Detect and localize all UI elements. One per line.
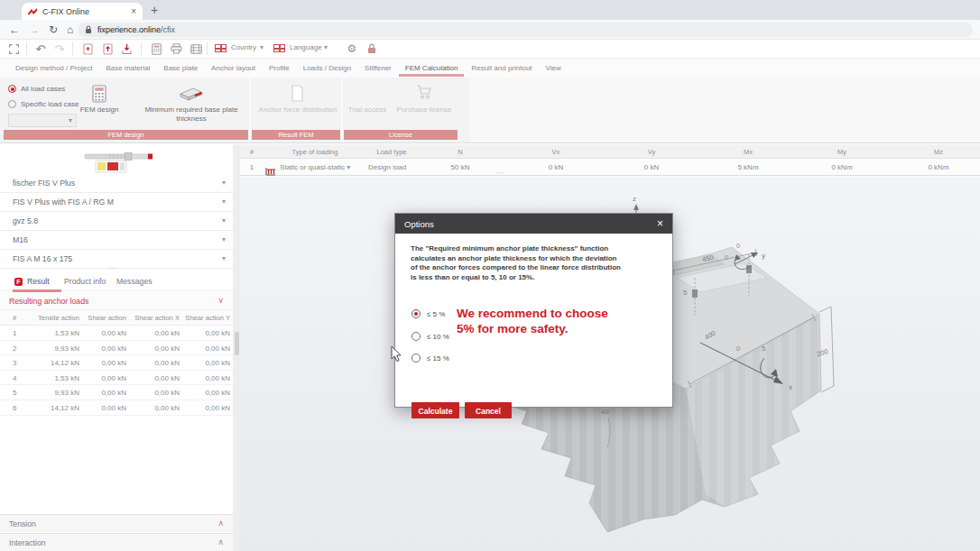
section-interaction[interactable]: Interaction ∧ <box>0 533 233 551</box>
country-chevron-icon[interactable]: ▾ <box>260 43 263 51</box>
panel-resize-handle[interactable]: ⋯ <box>109 264 117 272</box>
app-toolbar: ↶ ↷ Country ▾ Language ▾ ⚙ <box>0 40 980 59</box>
min-plate-thickness-icon[interactable] <box>177 87 204 106</box>
dropdown-anchor-family[interactable]: fischer FIS V Plus▾ <box>0 174 233 193</box>
cell-vx[interactable]: 0 kN <box>549 163 563 171</box>
new-project-icon[interactable] <box>80 41 97 56</box>
collapse-chevron-icon: ∨ <box>217 296 224 305</box>
anchor-row[interactable]: 11,53 kN0,00 kN0,00 kN0,00 kN <box>0 326 233 341</box>
dialog-close-icon[interactable]: × <box>657 218 663 229</box>
license-lock-icon[interactable] <box>364 41 380 56</box>
dropdown-anchor-variant[interactable]: FIS V Plus with FIS A / RG M▾ <box>0 193 233 212</box>
purchase-license-button: Purchase license <box>397 106 452 114</box>
lock-icon <box>85 25 92 34</box>
fullscreen-icon[interactable] <box>5 41 22 56</box>
anchor-row[interactable]: 41,53 kN0,00 kN0,00 kN0,00 kN <box>0 371 233 386</box>
cell-n[interactable]: 50 kN <box>451 163 470 171</box>
radio-specific-load-case-label[interactable]: Specific load case <box>21 100 79 108</box>
option-10-percent[interactable]: ≤ 10 % <box>411 332 449 341</box>
cancel-button[interactable]: Cancel <box>465 402 512 418</box>
tab-design-method[interactable]: Design method / Project <box>14 60 93 77</box>
load-table-row[interactable]: 1 Static or quasi-static ▾ Design load 5… <box>240 159 980 176</box>
group-label-fem-design: FEM design <box>4 130 248 140</box>
table-resize-handle[interactable]: ⋯ <box>495 169 504 177</box>
tab-result-printout[interactable]: Result and printout <box>470 60 532 77</box>
tab-fem-calculation[interactable]: FEM Calculation <box>404 60 459 77</box>
report-icon[interactable] <box>188 41 204 56</box>
option-15-percent[interactable]: ≤ 15 % <box>411 354 449 363</box>
result-tab-icon: F <box>14 278 23 286</box>
tab-view[interactable]: View <box>545 60 562 77</box>
reload-icon[interactable]: ↻ <box>49 23 58 37</box>
scrollbar-thumb[interactable] <box>235 332 239 355</box>
radio-all-load-cases-label[interactable]: All load cases <box>21 85 65 93</box>
new-tab-button[interactable]: + <box>145 1 163 19</box>
tab-result[interactable]: Result <box>27 277 50 286</box>
fem-design-icon[interactable] <box>92 85 106 106</box>
radio-icon[interactable] <box>411 354 421 363</box>
language-chevron-icon[interactable]: ▾ <box>324 43 328 51</box>
col-mz: Mz <box>934 148 943 156</box>
tab-stiffener[interactable]: Stiffener <box>364 60 393 77</box>
radio-all-load-cases[interactable] <box>8 85 16 93</box>
cell-vy[interactable]: 0 kN <box>644 163 659 171</box>
cell-mx[interactable]: 5 kNm <box>737 163 758 171</box>
ribbon: All load cases Specific load case ▾ FEM … <box>0 78 980 143</box>
anchor-row[interactable]: 59,93 kN0,00 kN0,00 kN0,00 kN <box>0 385 233 400</box>
url-input[interactable]: fixperience.online/cfix <box>78 23 973 37</box>
min-plate-thickness-button-line2[interactable]: thickness <box>176 115 206 123</box>
browser-tab[interactable]: C-FIX Online × <box>22 3 143 20</box>
tab-base-material[interactable]: Base material <box>105 60 151 77</box>
calculate-button[interactable]: Calculate <box>411 402 459 418</box>
resulting-anchor-loads-header[interactable]: Resulting anchor loads ∨ <box>0 292 233 310</box>
tab-title: C-FIX Online <box>42 7 125 16</box>
tab-profile[interactable]: Profile <box>268 60 291 77</box>
radio-icon[interactable] <box>411 332 421 341</box>
undo-icon[interactable]: ↶ <box>32 41 49 56</box>
section-tension[interactable]: Tension ∧ <box>0 514 233 532</box>
printer-icon[interactable] <box>168 41 184 56</box>
radio-specific-load-case[interactable] <box>8 100 16 108</box>
radio-selected-icon[interactable] <box>411 309 421 318</box>
dialog-header[interactable]: Options × <box>395 214 672 234</box>
country-label[interactable]: Country <box>231 43 256 51</box>
tab-product-info[interactable]: Product info <box>64 277 106 286</box>
chevron-down-icon: ▾ <box>222 235 226 243</box>
tab-loads-design[interactable]: Loads / Design <box>302 60 352 77</box>
load-table: # Type of loading Load type N Vx Vy Mx M… <box>240 144 980 177</box>
dropdown-size[interactable]: M16▾ <box>0 231 233 250</box>
tab-close-icon[interactable]: × <box>131 7 136 16</box>
option-5-percent[interactable]: ≤ 5 % <box>411 309 445 318</box>
dialog-description: The "Required minimum anchor plate thick… <box>411 244 625 282</box>
anchor-row[interactable]: 614,12 kN0,00 kN0,00 kN0,00 kN <box>0 400 233 416</box>
dropdown-steel-grade[interactable]: gvz 5.8▾ <box>0 212 233 231</box>
redo-icon[interactable]: ↷ <box>51 41 68 56</box>
calculator-icon[interactable] <box>148 41 164 56</box>
tab-messages[interactable]: Messages <box>116 277 153 286</box>
tab-anchor-layout[interactable]: Anchor layout <box>210 60 256 77</box>
open-project-icon[interactable] <box>100 41 116 56</box>
col-shear-y: Shear action Y <box>183 314 230 322</box>
min-plate-thickness-button[interactable]: Minimum required base plate <box>144 106 237 114</box>
cell-my[interactable]: 0 kNm <box>831 163 852 171</box>
load-case-select[interactable]: ▾ <box>8 114 77 127</box>
back-icon[interactable]: ← <box>9 23 20 37</box>
chevron-down-icon: ▾ <box>222 216 226 225</box>
col-anchor-num: # <box>13 314 16 322</box>
cell-mz[interactable]: 0 kNm <box>928 163 948 171</box>
language-label[interactable]: Language <box>290 43 322 51</box>
group-label-license: License <box>344 130 458 140</box>
sidebar-scrollbar[interactable] <box>233 144 240 551</box>
forward-icon[interactable]: → <box>29 23 40 37</box>
col-num: # <box>250 148 254 156</box>
anchor-row[interactable]: 314,12 kN0,00 kN0,00 kN0,00 kN <box>0 355 233 371</box>
language-flag-icon <box>273 44 285 52</box>
anchor-row[interactable]: 29,93 kN0,00 kN0,00 kN0,00 kN <box>0 341 233 356</box>
cell-type-of-loading[interactable]: Static or quasi-static ▾ <box>280 163 350 171</box>
save-icon[interactable] <box>119 41 135 56</box>
home-icon[interactable]: ⌂ <box>67 23 73 37</box>
chevron-down-icon: ▾ <box>222 179 226 187</box>
tab-base-plate[interactable]: Base plate <box>162 60 199 77</box>
fem-design-button[interactable]: FEM design <box>80 106 119 114</box>
settings-gear-icon[interactable]: ⚙ <box>344 41 360 56</box>
